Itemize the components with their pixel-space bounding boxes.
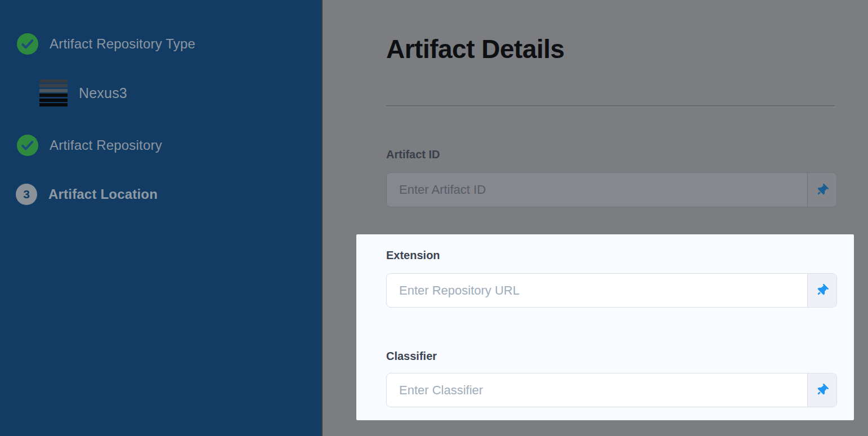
nexus3-logo-icon xyxy=(39,79,68,106)
section-divider xyxy=(386,105,835,107)
extension-input-group xyxy=(386,273,837,308)
step-artifact-location[interactable]: 3 Artifact Location xyxy=(16,184,158,205)
page-title: Artifact Details xyxy=(386,34,565,64)
pushpin-icon xyxy=(814,382,831,399)
step-label: Artifact Location xyxy=(48,186,158,202)
pushpin-icon xyxy=(814,282,831,299)
wizard-sidebar: Artifact Repository Type Nexus3 Artifact… xyxy=(0,0,323,436)
repo-type-label: Nexus3 xyxy=(79,85,127,101)
main-content-dimmed: Artifact Details Artifact ID Extension xyxy=(324,0,868,436)
step-label: Artifact Repository xyxy=(50,137,162,153)
artifact-id-input-group xyxy=(386,172,837,207)
step-artifact-repository-type[interactable]: Artifact Repository Type xyxy=(17,33,195,55)
extension-input[interactable] xyxy=(387,274,807,307)
check-circle-icon xyxy=(17,33,38,55)
step-number-badge: 3 xyxy=(16,184,37,205)
classifier-label: Classifier xyxy=(386,350,437,363)
check-circle-icon xyxy=(17,135,38,156)
step-artifact-repository[interactable]: Artifact Repository xyxy=(17,135,162,156)
extension-pin-button[interactable] xyxy=(807,274,836,307)
artifact-id-input[interactable] xyxy=(387,173,807,207)
artifact-id-pin-button[interactable] xyxy=(807,173,836,207)
selected-repo-type-item[interactable]: Nexus3 xyxy=(39,79,127,106)
artifact-wizard-screen: Artifact Repository Type Nexus3 Artifact… xyxy=(0,0,868,436)
classifier-input-group xyxy=(386,373,837,407)
classifier-input[interactable] xyxy=(387,373,807,407)
step-label: Artifact Repository Type xyxy=(50,36,195,52)
classifier-pin-button[interactable] xyxy=(807,373,836,407)
pushpin-icon xyxy=(814,181,831,198)
artifact-id-label: Artifact ID xyxy=(386,148,440,161)
extension-label: Extension xyxy=(386,249,440,262)
tour-spotlight-panel: Extension Classifier xyxy=(356,234,854,420)
